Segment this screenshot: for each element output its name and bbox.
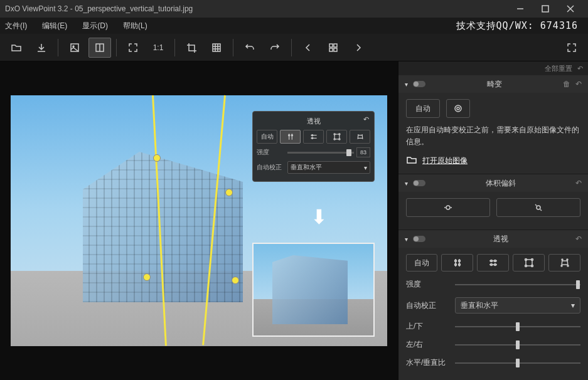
overlay-intensity-label: 强度 [257, 148, 285, 157]
grid-button[interactable] [205, 38, 228, 58]
section-distortion-header[interactable]: ▾ 畸变 🗑↶ [398, 75, 588, 93]
toolbar: 1:1 [0, 34, 588, 61]
perspective-handle[interactable] [225, 189, 233, 196]
perspective-vertical-button[interactable] [441, 254, 473, 272]
distortion-auto-button[interactable]: 自动 [406, 99, 440, 118]
reset-icon[interactable]: ↶ [575, 235, 582, 243]
single-view-button[interactable] [63, 38, 86, 58]
menu-view[interactable]: 显示(D) [82, 21, 108, 31]
open-original-link[interactable]: 打开原始图像 [422, 156, 468, 166]
close-button[interactable] [558, 0, 583, 18]
minimize-button[interactable] [508, 0, 533, 18]
intensity-slider[interactable] [455, 284, 580, 285]
reset-icon[interactable]: ↶ [575, 179, 582, 187]
redo-button[interactable] [264, 38, 286, 58]
svg-point-5 [73, 46, 74, 47]
thumbnails-button[interactable] [322, 38, 345, 58]
volumetric-diag-button[interactable] [496, 198, 580, 217]
volumetric-toggle[interactable] [413, 180, 425, 186]
folder-icon [406, 154, 417, 167]
fit-button[interactable] [122, 38, 144, 58]
overlay-intensity-slider[interactable] [287, 152, 354, 154]
ratio-label: 水平/垂直比 [406, 357, 450, 368]
leftright-slider[interactable] [455, 344, 580, 346]
menu-help[interactable]: 帮助(L) [123, 21, 147, 31]
reset-all-icon[interactable]: ↶ [577, 65, 583, 73]
side-panel-header: 全部重置 ↶ [398, 61, 588, 75]
side-panel: 全部重置 ↶ ▾ 畸变 🗑↶ 自动 在应用自动畸变校正之前，需要来自原始图像文件… [398, 61, 588, 380]
perspective-handle[interactable] [143, 273, 151, 281]
autocorrect-select[interactable]: 垂直和水平▾ [455, 297, 580, 314]
result-thumbnail [252, 243, 375, 337]
overlay-reset-icon[interactable]: ↶ [363, 115, 369, 124]
leftright-label: 左/右 [406, 339, 450, 350]
updown-slider[interactable] [455, 326, 580, 327]
section-distortion: ▾ 畸变 🗑↶ 自动 在应用自动畸变校正之前，需要来自原始图像文件的信息。 打开… [398, 75, 588, 174]
menu-edit[interactable]: 编辑(E) [42, 21, 67, 31]
overlay-auto-button[interactable]: 自动 [257, 130, 277, 144]
intensity-label: 强度 [406, 279, 450, 290]
distortion-info-text: 在应用自动畸变校正之前，需要来自原始图像文件的信息。 [406, 124, 580, 148]
perspective-auto-button[interactable]: 自动 [406, 254, 437, 272]
fullscreen-button[interactable] [560, 38, 583, 58]
overlay-vertical-button[interactable] [280, 130, 301, 144]
window-controls [508, 0, 583, 18]
svg-rect-8 [213, 44, 220, 51]
maximize-button[interactable] [533, 0, 558, 18]
window-title: DxO ViewPoint 3.2 - 05_perspective_verti… [5, 4, 508, 13]
perspective-title: 透视 [430, 234, 570, 245]
delete-icon[interactable]: 🗑 [563, 80, 570, 88]
perspective-handle[interactable] [232, 277, 239, 284]
svg-rect-15 [329, 48, 333, 51]
svg-point-32 [446, 206, 450, 209]
open-folder-button[interactable] [5, 38, 28, 58]
section-volumetric: ▾ 体积偏斜 ↶ [398, 174, 588, 230]
section-perspective-header[interactable]: ▾ 透视 ↶ [398, 230, 588, 248]
main-area: 透视 ↶ 自动 强度 83 自动校正 [0, 61, 588, 380]
volumetric-title: 体积偏斜 [430, 178, 570, 189]
crop-button[interactable] [180, 38, 203, 58]
overlay-intensity-value: 83 [356, 147, 370, 157]
section-volumetric-header[interactable]: ▾ 体积偏斜 ↶ [398, 174, 588, 192]
canvas-area[interactable]: 透视 ↶ 自动 强度 83 自动校正 [0, 61, 398, 380]
menu-file[interactable]: 文件(I) [5, 21, 27, 31]
distortion-toggle[interactable] [413, 81, 425, 87]
overlay-rect-button[interactable] [326, 130, 347, 144]
arrow-down-icon: ⬇ [311, 205, 328, 229]
svg-rect-16 [334, 48, 337, 51]
preview-image[interactable]: 透视 ↶ 自动 强度 83 自动校正 [11, 95, 387, 346]
prev-image-button[interactable] [297, 38, 319, 58]
perspective-rect-button[interactable] [513, 254, 545, 272]
distortion-title: 畸变 [430, 79, 558, 90]
autocorrect-label: 自动校正 [406, 300, 450, 311]
compare-view-button[interactable] [88, 38, 111, 58]
reset-all-label[interactable]: 全部重置 [545, 64, 572, 73]
perspective-horizontal-button[interactable] [477, 254, 509, 272]
zoom-1to1-button[interactable]: 1:1 [147, 38, 169, 58]
perspective-handle[interactable] [153, 154, 161, 162]
svg-rect-1 [542, 6, 548, 12]
svg-rect-13 [329, 44, 333, 47]
perspective-toggle[interactable] [413, 236, 425, 242]
save-button[interactable] [30, 38, 53, 58]
perspective-overlay-panel: 透视 ↶ 自动 强度 83 自动校正 [252, 111, 375, 182]
ratio-slider[interactable] [455, 362, 580, 364]
overlay-autocorrect-select[interactable]: 垂直和水平▾ [287, 161, 370, 174]
perspective-8pt-button[interactable] [548, 254, 580, 272]
section-perspective: ▾ 透视 ↶ 自动 强度 自动校正 [398, 230, 588, 380]
next-image-button[interactable] [347, 38, 370, 58]
chevron-down-icon: ▾ [405, 180, 408, 187]
titlebar: DxO ViewPoint 3.2 - 05_perspective_verti… [0, 0, 588, 18]
menubar: 文件(I) 编辑(E) 显示(D) 帮助(L) 技术支持QQ/WX: 67431… [0, 18, 588, 34]
reset-icon[interactable]: ↶ [575, 80, 582, 88]
overlay-8pt-button[interactable] [350, 130, 370, 144]
overlay-horizontal-button[interactable] [303, 130, 324, 144]
overlay-title: 透视 [307, 117, 321, 125]
chevron-down-icon: ▾ [571, 301, 575, 310]
distortion-lens-button[interactable] [446, 99, 470, 118]
volumetric-horiz-button[interactable] [406, 198, 490, 217]
chevron-down-icon: ▾ [405, 81, 408, 88]
undo-button[interactable] [238, 38, 261, 58]
chevron-down-icon: ▾ [405, 236, 408, 243]
svg-point-33 [537, 206, 540, 209]
